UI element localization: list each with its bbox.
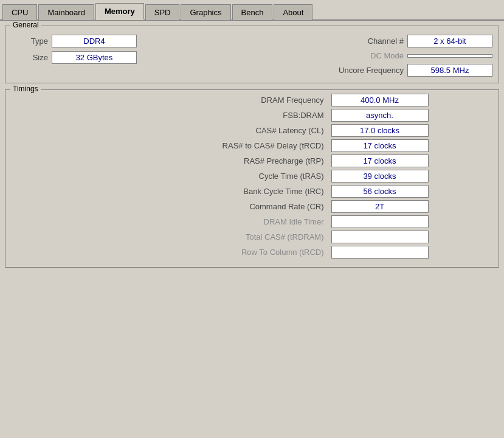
tab-mainboard[interactable]: Mainboard (38, 4, 94, 20)
tab-graphics[interactable]: Graphics (181, 4, 230, 20)
channel-row: Channel # 2 x 64-bit (258, 35, 493, 47)
general-group: General Type DDR4 Size 32 GBytes (5, 26, 499, 83)
size-value: 32 GBytes (52, 51, 137, 64)
timing-value: asynch. (331, 109, 429, 122)
timing-label: Bank Cycle Time (tRC) (76, 187, 326, 196)
timings-inner: DRAM Frequency400.0 MHzFSB:DRAMasynch.CA… (76, 94, 429, 259)
timing-value (331, 215, 429, 228)
tab-spd[interactable]: SPD (145, 4, 180, 20)
size-row: Size 32 GBytes (12, 51, 246, 64)
channel-label: Channel # (258, 36, 404, 46)
channel-value: 2 x 64-bit (407, 35, 492, 47)
timing-label: CAS# Latency (CL) (76, 126, 326, 135)
timing-value: 17 clocks (331, 139, 429, 152)
tab-memory[interactable]: Memory (95, 3, 144, 20)
timing-row: RAS# to CAS# Delay (tRCD)17 clocks (76, 139, 429, 152)
timing-row: Row To Column (tRCD) (76, 246, 429, 259)
uncore-label: Uncore Frequency (258, 66, 404, 75)
content-area: General Type DDR4 Size 32 GBytes (0, 21, 504, 279)
timing-label: Command Rate (CR) (76, 202, 326, 211)
timing-row: FSB:DRAMasynch. (76, 109, 429, 122)
uncore-row: Uncore Frequency 598.5 MHz (258, 64, 493, 77)
timings-group: Timings DRAM Frequency400.0 MHzFSB:DRAMa… (5, 89, 499, 268)
tab-bar: CPU Mainboard Memory SPD Graphics Bench … (0, 0, 504, 21)
general-left: Type DDR4 Size 32 GBytes (12, 35, 246, 77)
timing-row: RAS# Precharge (tRP)17 clocks (76, 155, 429, 167)
type-value: DDR4 (52, 35, 137, 47)
timing-row: Bank Cycle Time (tRC)56 clocks (76, 185, 429, 198)
timing-value: 17.0 clocks (331, 124, 429, 137)
timing-value: 2T (331, 200, 429, 213)
dcmode-row: DC Mode (258, 51, 493, 60)
timing-label: DRAM Idle Timer (76, 217, 326, 226)
timing-row: Total CAS# (tRDRAM) (76, 231, 429, 243)
timing-row: Cycle Time (tRAS)39 clocks (76, 170, 429, 182)
general-grid: Type DDR4 Size 32 GBytes Channel # 2 x 6… (12, 35, 492, 77)
timing-label: DRAM Frequency (76, 96, 326, 105)
timing-value (331, 246, 429, 259)
general-right: Channel # 2 x 64-bit DC Mode Uncore Freq… (258, 35, 493, 77)
app-window: CPU Mainboard Memory SPD Graphics Bench … (0, 0, 504, 438)
timing-row: Command Rate (CR)2T (76, 200, 429, 213)
timing-value: 39 clocks (331, 170, 429, 182)
timing-label: Row To Column (tRCD) (76, 248, 326, 257)
timing-value: 56 clocks (331, 185, 429, 198)
timing-label: RAS# Precharge (tRP) (76, 156, 326, 165)
dcmode-label: DC Mode (258, 51, 404, 60)
timing-value: 400.0 MHz (331, 94, 429, 106)
tab-cpu[interactable]: CPU (2, 4, 37, 20)
timing-row: DRAM Frequency400.0 MHz (76, 94, 429, 106)
timing-label: RAS# to CAS# Delay (tRCD) (76, 141, 326, 150)
timing-label: Cycle Time (tRAS) (76, 172, 326, 181)
timing-row: DRAM Idle Timer (76, 215, 429, 228)
dcmode-value (407, 54, 492, 58)
size-label: Size (12, 53, 48, 62)
uncore-value: 598.5 MHz (407, 64, 492, 77)
timing-value: 17 clocks (331, 155, 429, 167)
timings-rows: DRAM Frequency400.0 MHzFSB:DRAMasynch.CA… (76, 94, 429, 259)
timing-row: CAS# Latency (CL)17.0 clocks (76, 124, 429, 137)
tab-about[interactable]: About (274, 4, 312, 20)
tab-bench[interactable]: Bench (232, 4, 273, 20)
timing-label: FSB:DRAM (76, 111, 326, 120)
timing-value (331, 231, 429, 243)
type-label: Type (12, 36, 48, 46)
general-title: General (10, 21, 41, 29)
timing-label: Total CAS# (tRDRAM) (76, 232, 326, 242)
timings-title: Timings (10, 85, 41, 93)
type-row: Type DDR4 (12, 35, 246, 47)
